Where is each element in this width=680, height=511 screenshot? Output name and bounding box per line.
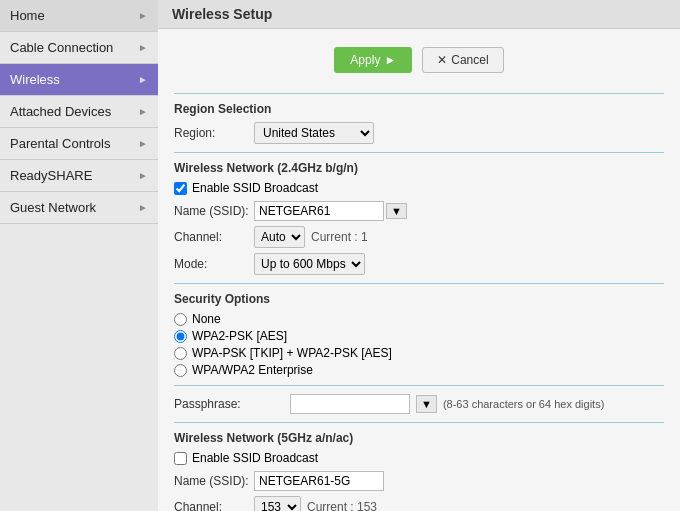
security-24-radio-0[interactable] (174, 313, 187, 326)
name-24-label: Name (SSID): (174, 204, 254, 218)
sidebar-item-label: Cable Connection (10, 40, 113, 55)
divider-3 (174, 385, 664, 386)
wireless-24-title: Wireless Network (2.4GHz b/g/n) (174, 161, 664, 175)
ssid-24-button[interactable]: ▼ (386, 203, 407, 219)
channel-5g-select[interactable]: 153 (254, 496, 301, 511)
ssid-5g-input[interactable] (254, 471, 384, 491)
chevron-right-icon: ► (138, 106, 148, 117)
sidebar-item-wireless[interactable]: Wireless ► (0, 64, 158, 96)
region-select[interactable]: United States (254, 122, 374, 144)
chevron-right-icon: ► (138, 202, 148, 213)
x-icon: ✕ (437, 53, 447, 67)
chevron-right-icon: ► (138, 170, 148, 181)
ssid-24-input[interactable] (254, 201, 384, 221)
divider-2 (174, 283, 664, 284)
chevron-right-icon: ► (138, 10, 148, 21)
security-24-label-2: WPA-PSK [TKIP] + WPA2-PSK [AES] (192, 346, 392, 360)
region-label: Region: (174, 126, 254, 140)
sidebar-item-attached-devices[interactable]: Attached Devices ► (0, 96, 158, 128)
chevron-right-icon: ► (138, 74, 148, 85)
mode-24-label: Mode: (174, 257, 254, 271)
sidebar-item-label: Guest Network (10, 200, 96, 215)
region-title: Region Selection (174, 102, 664, 116)
cancel-button[interactable]: ✕ Cancel (422, 47, 503, 73)
sidebar-item-cable-connection[interactable]: Cable Connection ► (0, 32, 158, 64)
channel-24-row: Channel: Auto Current : 1 (174, 226, 664, 248)
divider-1 (174, 152, 664, 153)
action-bar: Apply ► ✕ Cancel (174, 39, 664, 85)
arrow-right-icon: ► (384, 53, 396, 67)
passphrase-label: Passphrase: (174, 397, 284, 411)
channel-24-label: Channel: (174, 230, 254, 244)
divider-top (174, 93, 664, 94)
ssid-broadcast-24-checkbox[interactable] (174, 182, 187, 195)
sidebar-item-guest-network[interactable]: Guest Network ► (0, 192, 158, 224)
sidebar-item-label: Wireless (10, 72, 60, 87)
channel-24-select[interactable]: Auto (254, 226, 305, 248)
ssid-broadcast-5g-row: Enable SSID Broadcast (174, 451, 664, 465)
channel-5g-current: Current : 153 (307, 500, 377, 511)
sidebar-item-label: Home (10, 8, 45, 23)
region-row: Region: United States (174, 122, 664, 144)
ssid-broadcast-24-row: Enable SSID Broadcast (174, 181, 664, 195)
passphrase-show-button[interactable]: ▼ (416, 395, 437, 413)
channel-5g-row: Channel: 153 Current : 153 (174, 496, 664, 511)
passphrase-row: Passphrase: ▼ (8-63 characters or 64 hex… (174, 394, 664, 414)
ssid-broadcast-5g-label: Enable SSID Broadcast (192, 451, 318, 465)
passphrase-hint: (8-63 characters or 64 hex digits) (443, 398, 604, 410)
security-24-option-0: None (174, 312, 664, 326)
mode-24-select[interactable]: Up to 600 Mbps (254, 253, 365, 275)
divider-4 (174, 422, 664, 423)
name-24-row: Name (SSID): ▼ (174, 201, 664, 221)
security-24-radio-3[interactable] (174, 364, 187, 377)
wireless-5g-title: Wireless Network (5GHz a/n/ac) (174, 431, 664, 445)
main-body: Apply ► ✕ Cancel Region Selection Region… (158, 29, 680, 511)
sidebar: Home ► Cable Connection ► Wireless ► Att… (0, 0, 158, 511)
chevron-right-icon: ► (138, 138, 148, 149)
channel-5g-label: Channel: (174, 500, 254, 511)
security-24-section: Security Options None WPA2-PSK [AES] WPA… (174, 292, 664, 377)
apply-button[interactable]: Apply ► (334, 47, 412, 73)
chevron-right-icon: ► (138, 42, 148, 53)
sidebar-item-readyshare[interactable]: ReadySHARE ► (0, 160, 158, 192)
sidebar-item-label: Attached Devices (10, 104, 111, 119)
name-5g-row: Name (SSID): (174, 471, 664, 491)
sidebar-item-parental-controls[interactable]: Parental Controls ► (0, 128, 158, 160)
sidebar-item-label: Parental Controls (10, 136, 110, 151)
security-24-option-2: WPA-PSK [TKIP] + WPA2-PSK [AES] (174, 346, 664, 360)
main-content: Wireless Setup Apply ► ✕ Cancel Region S… (158, 0, 680, 511)
passphrase-input[interactable] (290, 394, 410, 414)
ssid-broadcast-5g-checkbox[interactable] (174, 452, 187, 465)
security-24-option-1: WPA2-PSK [AES] (174, 329, 664, 343)
security-24-label-1: WPA2-PSK [AES] (192, 329, 287, 343)
ssid-broadcast-24-label: Enable SSID Broadcast (192, 181, 318, 195)
security-24-label-0: None (192, 312, 221, 326)
name-5g-label: Name (SSID): (174, 474, 254, 488)
sidebar-item-label: ReadySHARE (10, 168, 92, 183)
wireless-5g-section: Wireless Network (5GHz a/n/ac) Enable SS… (174, 431, 664, 511)
security-24-radio-2[interactable] (174, 347, 187, 360)
channel-24-current: Current : 1 (311, 230, 368, 244)
security-24-title: Security Options (174, 292, 664, 306)
page-title: Wireless Setup (158, 0, 680, 29)
mode-24-row: Mode: Up to 600 Mbps (174, 253, 664, 275)
wireless-24-section: Wireless Network (2.4GHz b/g/n) Enable S… (174, 161, 664, 275)
security-24-option-3: WPA/WPA2 Enterprise (174, 363, 664, 377)
sidebar-item-home[interactable]: Home ► (0, 0, 158, 32)
security-24-label-3: WPA/WPA2 Enterprise (192, 363, 313, 377)
region-section: Region Selection Region: United States (174, 102, 664, 144)
security-24-radio-1[interactable] (174, 330, 187, 343)
